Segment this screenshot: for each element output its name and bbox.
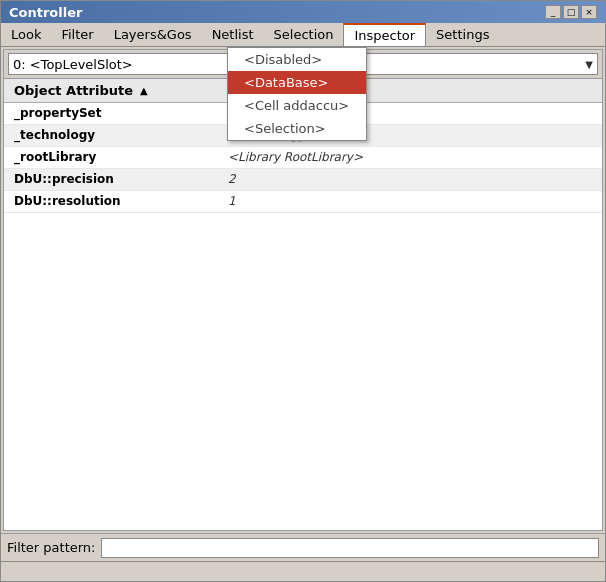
inspector-dropdown: <Disabled> <DataBase> <Cell addaccu> <Se…: [227, 47, 367, 141]
cell-value-2: <Library RootLibrary>: [224, 147, 602, 168]
table-body: _propertySet std::set<Element>:1 _techno…: [4, 103, 602, 530]
minimize-button[interactable]: _: [545, 5, 561, 19]
cell-value-4: 1: [224, 191, 602, 212]
column-header-attribute[interactable]: Object Attribute ▲: [4, 83, 224, 98]
menu-item-selection[interactable]: Selection: [264, 23, 344, 46]
sort-arrow-icon: ▲: [140, 85, 148, 96]
dropdown-item-selection[interactable]: <Selection>: [228, 117, 366, 140]
filter-input[interactable]: [101, 538, 599, 558]
menu-item-inspector[interactable]: Inspector: [343, 23, 426, 46]
menu-item-layersgos[interactable]: Layers&Gos: [104, 23, 202, 46]
status-bar: [1, 561, 605, 581]
cell-value-3: 2: [224, 169, 602, 190]
cell-attribute-1: _technology: [4, 125, 224, 146]
title-bar: Controller _ □ ×: [1, 1, 605, 23]
cell-attribute-4: DbU::resolution: [4, 191, 224, 212]
dropdown-item-celladdaccu[interactable]: <Cell addaccu>: [228, 94, 366, 117]
title-buttons: _ □ ×: [545, 5, 597, 19]
table-row: DbU::precision 2: [4, 169, 602, 191]
filter-bar: Filter pattern:: [1, 533, 605, 561]
combo-arrow-icon: ▼: [585, 59, 593, 70]
maximize-button[interactable]: □: [563, 5, 579, 19]
cell-attribute-3: DbU::precision: [4, 169, 224, 190]
cell-attribute-2: _rootLibrary: [4, 147, 224, 168]
menu-item-look[interactable]: Look: [1, 23, 51, 46]
menu-item-settings[interactable]: Settings: [426, 23, 499, 46]
menu-bar: Look Filter Layers&Gos Netlist Selection…: [1, 23, 605, 47]
dropdown-item-disabled[interactable]: <Disabled>: [228, 48, 366, 71]
window-title: Controller: [9, 5, 82, 20]
menu-item-filter[interactable]: Filter: [51, 23, 103, 46]
main-window: Controller _ □ × Look Filter Layers&Gos …: [0, 0, 606, 582]
dropdown-item-database[interactable]: <DataBase>: [228, 71, 366, 94]
table-row: DbU::resolution 1: [4, 191, 602, 213]
menu-item-netlist[interactable]: Netlist: [202, 23, 264, 46]
filter-label: Filter pattern:: [7, 540, 95, 555]
cell-attribute-0: _propertySet: [4, 103, 224, 124]
combo-value: 0: <TopLevelSlot>: [13, 57, 133, 72]
close-button[interactable]: ×: [581, 5, 597, 19]
table-row: _rootLibrary <Library RootLibrary>: [4, 147, 602, 169]
